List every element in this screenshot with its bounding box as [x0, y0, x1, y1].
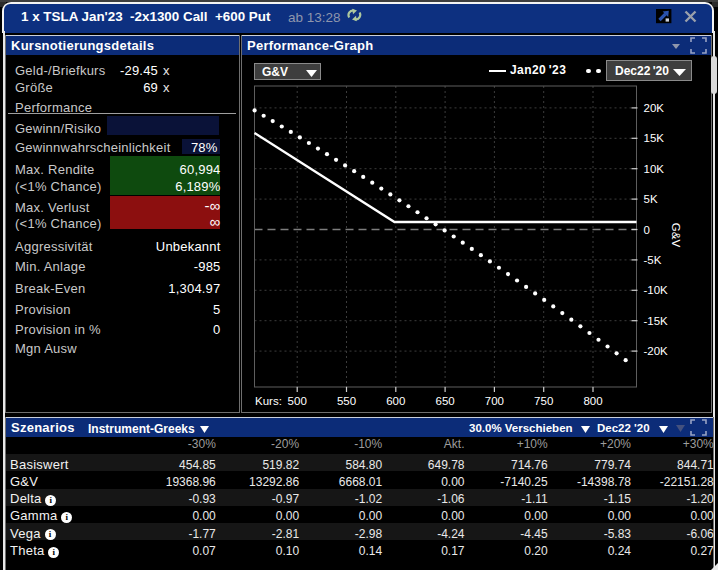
svg-text:-10K: -10K: [644, 284, 669, 296]
svg-text:Kurs:: Kurs:: [255, 395, 282, 407]
svg-text:750: 750: [534, 395, 553, 407]
svg-text:20K: 20K: [644, 102, 665, 114]
svg-text:5K: 5K: [644, 193, 658, 205]
svg-text:-20K: -20K: [644, 345, 669, 357]
svg-text:10K: 10K: [644, 163, 665, 175]
svg-text:-15K: -15K: [644, 315, 669, 327]
svg-text:650: 650: [436, 395, 455, 407]
svg-text:500: 500: [288, 395, 307, 407]
svg-text:600: 600: [386, 395, 405, 407]
svg-text:15K: 15K: [644, 132, 665, 144]
svg-text:G&V: G&V: [670, 223, 682, 248]
svg-text:-5K: -5K: [644, 254, 662, 266]
svg-text:550: 550: [337, 395, 356, 407]
svg-text:700: 700: [485, 395, 504, 407]
svg-text:800: 800: [583, 395, 602, 407]
svg-text:0: 0: [644, 224, 650, 236]
